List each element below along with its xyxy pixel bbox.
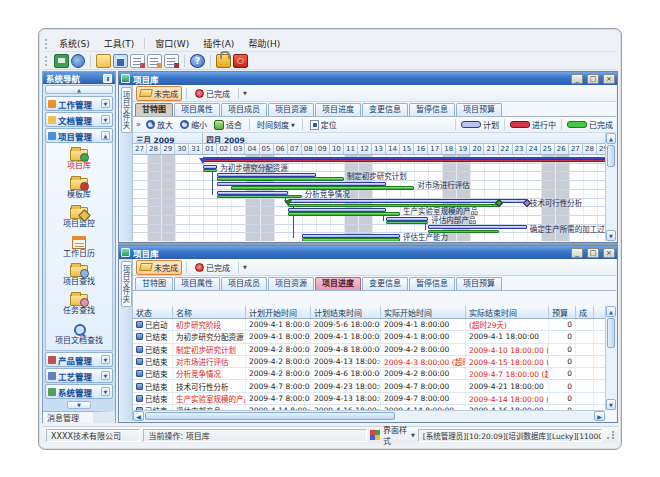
open-folder-icon[interactable] bbox=[96, 54, 111, 68]
window1-titlebar[interactable]: 项目库 _ □ × bbox=[119, 72, 617, 85]
filter-未完成-button[interactable]: 未完成 bbox=[136, 86, 182, 101]
chevron-down-icon[interactable]: ▼ bbox=[101, 355, 110, 364]
gantt-bar-actual[interactable] bbox=[302, 238, 400, 241]
tab-项目预算[interactable]: 项目预算 bbox=[456, 277, 502, 290]
column-header-plan_end[interactable]: 计划结束时间 bbox=[311, 306, 381, 318]
table-row[interactable]: 已结束分析竞争情况2009-4-2 8:00:002009-4-6 18:00:… bbox=[133, 368, 605, 380]
tab-甘特图[interactable]: 甘特图 bbox=[135, 103, 173, 116]
resize-grip[interactable] bbox=[607, 431, 614, 439]
window2-titlebar[interactable]: 项目库 _ □ × bbox=[119, 246, 617, 259]
table-row[interactable]: 已结束制定初步研究计划2009-4-2 8:00:002009-4-8 18:0… bbox=[133, 344, 605, 356]
scroll-thumb[interactable] bbox=[607, 318, 615, 348]
chevron-down-icon[interactable]: ▼ bbox=[243, 90, 247, 96]
gantt-bar-plan[interactable] bbox=[428, 225, 526, 229]
tab-变更信息[interactable]: 变更信息 bbox=[362, 277, 408, 290]
column-header-name[interactable]: 名称 bbox=[173, 306, 246, 318]
scroll-down-arrow[interactable]: ▼ bbox=[606, 399, 616, 410]
minimize-button[interactable]: _ bbox=[571, 74, 583, 84]
sidebar-group-项目管理[interactable]: 项目管理▲ bbox=[45, 128, 113, 143]
sidebar-item-工作日历[interactable]: 工作日历 bbox=[46, 232, 112, 261]
table-row[interactable]: 已结束为初步研究分配资源2009-4-1 8:00:002009-4-1 18:… bbox=[133, 331, 605, 343]
sidebar-group-文档管理[interactable]: 文档管理▼ bbox=[45, 112, 113, 127]
gantt-bar-actual[interactable] bbox=[288, 212, 400, 216]
sidebar-group-系统管理[interactable]: 系统管理▼ bbox=[45, 384, 113, 399]
sidebar-collapse-button[interactable]: ▼ bbox=[67, 401, 91, 409]
sidebar-item-任务查找[interactable]: 任务查找 bbox=[46, 290, 112, 319]
table-row[interactable]: 已结束对市场进行评估2009-4-2 8:00:002009-4-13 18:0… bbox=[133, 356, 605, 368]
filter-已完成-button[interactable]: 已完成 bbox=[191, 86, 234, 101]
network-icon[interactable] bbox=[54, 54, 69, 68]
pin-icon[interactable] bbox=[103, 74, 112, 83]
sidebar-group-产品管理[interactable]: 产品管理▼ bbox=[45, 352, 113, 367]
gantt-bar-actual[interactable] bbox=[217, 177, 344, 181]
tab-甘特图[interactable]: 甘特图 bbox=[135, 277, 173, 290]
gantt-bar-plan[interactable] bbox=[288, 199, 527, 203]
gantt-vertical-scrollbar[interactable]: ▲ ▼ bbox=[605, 133, 616, 241]
locate-button[interactable]: 定位 bbox=[308, 119, 339, 130]
sidebar-group-工作管理[interactable]: 工作管理▼ bbox=[45, 96, 113, 111]
tab-项目进度[interactable]: 项目进度 bbox=[315, 103, 361, 116]
menu-item-0[interactable]: 系统(S) bbox=[52, 36, 97, 51]
tab-项目资源[interactable]: 项目资源 bbox=[268, 103, 314, 116]
gantt-bar-actual[interactable] bbox=[386, 221, 428, 225]
tab-项目进度[interactable]: 项目进度 bbox=[315, 277, 361, 290]
chevron-down-icon[interactable]: ▼ bbox=[101, 99, 110, 108]
minimize-button[interactable]: _ bbox=[571, 248, 583, 258]
gantt-bar-plan[interactable] bbox=[203, 165, 217, 169]
maximize-button[interactable]: □ bbox=[587, 74, 599, 84]
gantt-bar-plan[interactable] bbox=[217, 191, 287, 195]
chevron-down-icon[interactable]: ▼ bbox=[101, 387, 110, 396]
table-row[interactable]: 已启动初步研究阶段2009-4-1 8:00:002009-5-6 18:00:… bbox=[133, 319, 605, 331]
tab-message-management[interactable]: 消息管理 bbox=[43, 411, 115, 423]
chevron-down-icon[interactable]: ▼ bbox=[243, 264, 247, 270]
sidebar-scroll-up-button[interactable]: ▲ bbox=[45, 85, 113, 94]
scroll-down-arrow[interactable]: ▼ bbox=[606, 230, 616, 241]
gantt-bar-actual[interactable] bbox=[217, 195, 301, 199]
scroll-up-arrow[interactable]: ▲ bbox=[606, 133, 616, 144]
filter-已完成-button[interactable]: 已完成 bbox=[191, 260, 234, 275]
filter-未完成-button[interactable]: 未完成 bbox=[136, 260, 182, 275]
tab-项目成员[interactable]: 项目成员 bbox=[221, 103, 267, 116]
scroll-up-arrow[interactable]: ▲ bbox=[606, 306, 616, 317]
tab-暂停信息[interactable]: 暂停信息 bbox=[409, 277, 455, 290]
close-button[interactable]: × bbox=[603, 248, 615, 258]
lock-icon[interactable] bbox=[216, 54, 231, 68]
maximize-button[interactable]: □ bbox=[587, 248, 599, 258]
tab-暂停信息[interactable]: 暂停信息 bbox=[409, 103, 455, 116]
project-folder-side-tab[interactable]: 项目文件夹 bbox=[121, 87, 132, 133]
tab-项目成员[interactable]: 项目成员 bbox=[221, 277, 267, 290]
save-icon[interactable] bbox=[113, 54, 128, 68]
sidebar-item-模板库[interactable]: 模板库 bbox=[46, 174, 112, 203]
fit-button[interactable]: 适合 bbox=[212, 119, 244, 130]
table-row[interactable]: 已结束技术可行性分析2009-4-7 8:00:002009-4-23 18:0… bbox=[133, 380, 605, 392]
exit-icon[interactable]: ○ bbox=[233, 54, 248, 68]
sidebar-item-项目查找[interactable]: 项目查找 bbox=[46, 261, 112, 290]
scroll-thumb[interactable] bbox=[607, 145, 615, 167]
column-header-act_end[interactable]: 实际结束时间 bbox=[466, 306, 549, 318]
tab-项目资源[interactable]: 项目资源 bbox=[268, 277, 314, 290]
globe-icon[interactable] bbox=[71, 54, 85, 68]
table-horizontal-scrollbar[interactable]: ◀ ▶ bbox=[133, 410, 605, 421]
menu-item-2[interactable]: 窗口(W) bbox=[148, 36, 196, 51]
sidebar-item-项目监控[interactable]: 项目监控 bbox=[46, 203, 112, 232]
tab-项目属性[interactable]: 项目属性 bbox=[174, 103, 220, 116]
table-row[interactable]: 已结束生产实验室规模的产品2009-4-7 8:00:002009-4-13 1… bbox=[133, 393, 605, 405]
doc-delete-icon[interactable] bbox=[164, 54, 179, 68]
sidebar-group-工艺管理[interactable]: 工艺管理▼ bbox=[45, 368, 113, 383]
project-folder-side-tab[interactable]: 项目文件夹 bbox=[121, 261, 132, 307]
tab-变更信息[interactable]: 变更信息 bbox=[362, 103, 408, 116]
scroll-thumb[interactable] bbox=[145, 412, 395, 420]
column-header-status[interactable]: 状态 bbox=[133, 306, 173, 318]
tab-项目属性[interactable]: 项目属性 bbox=[174, 277, 220, 290]
chevron-down-icon[interactable]: ▼ bbox=[101, 371, 110, 380]
column-header-budget[interactable]: 预算 bbox=[549, 306, 576, 318]
timescale-button[interactable]: 时间刻度▼ bbox=[255, 119, 297, 130]
menu-item-4[interactable]: 帮助(H) bbox=[241, 36, 287, 51]
chevron-up-icon[interactable]: ▲ bbox=[101, 131, 110, 140]
column-header-cost[interactable]: 成 bbox=[576, 306, 594, 318]
gantt-bar-actual[interactable] bbox=[203, 169, 217, 173]
scroll-left-arrow[interactable]: ◀ bbox=[133, 411, 144, 421]
chevron-down-icon[interactable]: ▼ bbox=[101, 115, 110, 124]
doc-edit-icon[interactable] bbox=[147, 54, 162, 68]
toolbar-overflow-chevron[interactable]: » bbox=[136, 120, 141, 129]
